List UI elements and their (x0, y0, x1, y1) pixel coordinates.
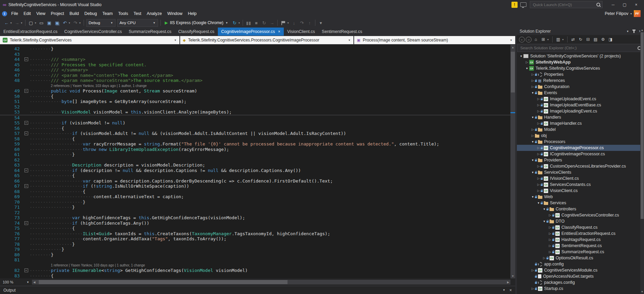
tree-item-EntitiesExtractionRequest.cs[interactable]: ▷C#EntitiesExtractionRequest.cs (517, 230, 644, 237)
menu-team[interactable]: Team (100, 10, 116, 17)
break-all-icon[interactable]: ▮▮ (245, 19, 252, 27)
new-project-icon[interactable]: ▢ (27, 19, 35, 27)
tree-item-OpenAccessNuGet.targets[interactable]: OpenAccessNuGet.targets (517, 273, 644, 279)
expand-arrow-icon[interactable]: ▷ (542, 256, 546, 260)
fold-collapse-icon[interactable]: − (24, 121, 28, 125)
expand-arrow-icon[interactable]: ▷ (536, 97, 541, 101)
chevron-down-icon[interactable]: ▾ (630, 12, 632, 15)
dropdown-caret-icon[interactable]: ▼ (34, 22, 37, 24)
quick-launch-input[interactable] (532, 2, 596, 7)
undo-icon[interactable]: ↶ (61, 19, 69, 27)
restart-icon[interactable]: ↻ (260, 19, 268, 27)
collapse-arrow-icon[interactable]: ▾ (525, 67, 529, 70)
dropdown-caret-icon[interactable]: ▼ (287, 22, 289, 24)
redo-icon[interactable]: ↷ (72, 19, 79, 27)
feedback-icon[interactable] (520, 2, 526, 7)
fold-region[interactable]: − (23, 88, 30, 94)
home-icon[interactable]: ⌂ (533, 36, 539, 43)
expand-arrow-icon[interactable]: ▷ (536, 152, 541, 156)
fold-region[interactable]: − (23, 131, 30, 136)
expand-arrow-icon[interactable]: ▷ (530, 269, 535, 272)
fold-collapse-icon[interactable]: − (24, 221, 28, 225)
window-position-icon[interactable]: ▼ (626, 30, 629, 33)
dropdown-caret-icon[interactable]: ▼ (68, 22, 71, 24)
dropdown-caret-icon[interactable]: ▼ (20, 22, 23, 24)
expand-arrow-icon[interactable]: ▷ (548, 213, 552, 217)
expand-arrow-icon[interactable]: ▷ (525, 60, 529, 64)
tree-item-Handlers[interactable]: ▾Handlers (517, 114, 644, 120)
tree-item-References[interactable]: ▷▦References (517, 77, 644, 84)
avatar[interactable]: PF (634, 10, 641, 17)
tree-item-ImageUploadedEvent.cs[interactable]: ▷C#ImageUploadedEvent.cs (517, 96, 644, 102)
close-button[interactable]: × (630, 1, 642, 8)
editor-vertical-scrollbar[interactable]: ▲ ▼ (510, 45, 515, 278)
tree-item-SentimentRequest.cs[interactable]: ▷C#SentimentRequest.cs (517, 243, 644, 249)
tree-item-ImageHandler.cs[interactable]: ▷C#ImageHandler.cs (517, 120, 644, 126)
save-icon[interactable]: ▣ (46, 19, 53, 27)
notifications-icon[interactable]: ! (511, 2, 518, 8)
tree-item-Events[interactable]: ▾Events (517, 90, 644, 96)
menu-tools[interactable]: Tools (116, 10, 131, 17)
tree-item-ClassifyRequest.cs[interactable]: ▷C#ClassifyRequest.cs (517, 224, 644, 230)
output-panel-header[interactable]: Output ▼ × (0, 286, 515, 294)
collapse-arrow-icon[interactable]: ▾ (530, 140, 535, 143)
fold-collapse-icon[interactable]: − (24, 89, 28, 93)
expand-arrow-icon[interactable]: ▷ (530, 128, 535, 131)
start-debug-button[interactable]: ▶IIS Express (Google Chrome)▼ (162, 19, 231, 27)
tree-item-CustomOpenAccessLibrariesProvider.cs[interactable]: ▷C#CustomOpenAccessLibrariesProvider.cs (517, 163, 644, 169)
expand-arrow-icon[interactable]: ▷ (536, 122, 541, 125)
step-out-icon[interactable]: ↑ (306, 19, 313, 27)
expand-arrow-icon[interactable]: ▷ (536, 103, 541, 107)
collapse-arrow-icon[interactable]: ▾ (542, 220, 546, 223)
tab-CognitiveImageProcessor.cs[interactable]: CognitiveImageProcessor.cs× (218, 28, 284, 36)
fold-region[interactable]: − (23, 57, 30, 62)
expand-arrow-icon[interactable]: ▷ (536, 165, 541, 168)
tree-item-Telerik.Sitefinity.CognitiveServices[interactable]: ▾C#Telerik.Sitefinity.CognitiveServices (517, 65, 644, 71)
collapse-arrow-icon[interactable]: ▾ (530, 195, 535, 198)
configuration-dropdown[interactable]: Debug▼ (86, 19, 116, 27)
menu-file[interactable]: File (8, 10, 21, 17)
scroll-down-icon[interactable]: ▼ (510, 274, 515, 278)
solution-explorer-scrollbar[interactable]: ▲ ▼ (640, 28, 644, 294)
scrollbar-thumb[interactable] (511, 52, 515, 92)
minimize-button[interactable]: ─ (607, 1, 619, 8)
tree-item-Providers[interactable]: ▾Providers (517, 157, 644, 163)
collapse-arrow-icon[interactable]: ▾ (530, 91, 535, 94)
tab-ClassifyRequest.cs[interactable]: ClassifyRequest.cs (175, 28, 217, 36)
expand-arrow-icon[interactable]: ▷ (536, 183, 541, 186)
fold-region[interactable]: − (23, 168, 30, 173)
fold-region[interactable]: − (23, 221, 30, 226)
preview-selected-icon[interactable]: ◨ (607, 36, 614, 43)
tree-item-ServicesConstants.cs[interactable]: ▷C#ServicesConstants.cs (517, 181, 644, 188)
scroll-down-icon[interactable]: ▼ (640, 289, 644, 294)
navigate-backward-icon[interactable]: ← (3, 19, 10, 27)
tree-item-Startup.cs[interactable]: ▷C#Startup.cs (517, 286, 644, 292)
collapse-arrow-icon[interactable]: ▾ (530, 171, 535, 174)
expand-arrow-icon[interactable]: ▷ (548, 232, 552, 235)
expand-arrow-icon[interactable]: ▷ (548, 226, 552, 229)
solution-explorer-header[interactable]: Solution Explorer ▼ × (517, 28, 644, 35)
tree-item-SummarizeRequest.cs[interactable]: ▷C#SummarizeRequest.cs (517, 249, 644, 255)
project-dropdown[interactable]: C# Telerik.Sitefinity.CognitiveServices … (0, 36, 179, 44)
tab-CognitiveServicesController.cs[interactable]: CognitiveServicesController.cs (61, 28, 125, 36)
tree-item-IVisionClient.cs[interactable]: ▷C#IVisionClient.cs (517, 175, 644, 181)
dropdown-caret-icon[interactable]: ▼ (79, 22, 81, 24)
menu-window[interactable]: Window (164, 10, 185, 17)
expand-arrow-icon[interactable]: ▷ (548, 238, 552, 241)
expand-arrow-icon[interactable]: ▷ (548, 244, 552, 247)
scroll-right-icon[interactable]: ▶ (506, 280, 510, 284)
menu-help[interactable]: Help (185, 10, 199, 17)
expand-arrow-icon[interactable]: ▷ (536, 177, 541, 180)
scroll-up-icon[interactable]: ▲ (510, 45, 515, 50)
collapse-all-icon[interactable]: ⊟ (585, 36, 591, 43)
expand-arrow-icon[interactable]: ▷ (530, 287, 535, 290)
pin-icon[interactable] (633, 30, 634, 33)
tree-item-DTO[interactable]: ▾DTO (517, 218, 644, 224)
stop-debug-icon[interactable]: ■ (253, 19, 260, 27)
type-dropdown[interactable]: ◆ Telerik.Sitefinity.CognitiveServices.P… (180, 36, 353, 44)
scrollbar-thumb[interactable] (39, 280, 288, 284)
platform-dropdown[interactable]: Any CPU▼ (117, 19, 158, 27)
tree-item-Web[interactable]: ▾Web (517, 194, 644, 200)
open-file-icon[interactable]: ▭ (38, 19, 45, 27)
expand-arrow-icon[interactable]: ▷ (536, 189, 541, 192)
